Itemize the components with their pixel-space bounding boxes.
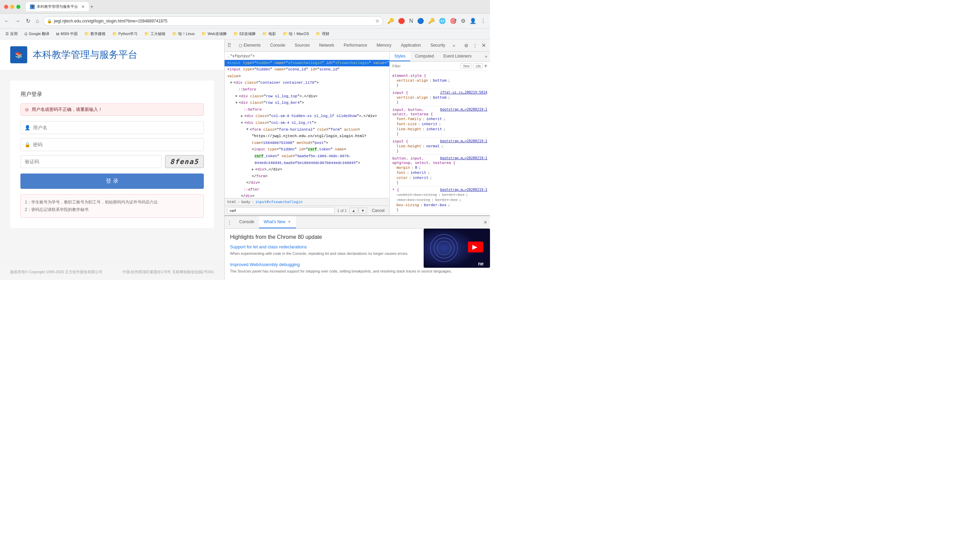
breadcrumb-html[interactable]: html bbox=[227, 200, 237, 204]
school-logo: 📚 bbox=[10, 46, 27, 63]
html-line-11[interactable]: ▼ <div class="col-sm-4 sl_log_rt"> bbox=[225, 120, 389, 127]
devtools-drag-handle[interactable]: ⠿ bbox=[225, 40, 234, 52]
bottom-tab-console[interactable]: Console bbox=[235, 217, 259, 228]
captcha-image[interactable]: 8fena5 bbox=[165, 155, 204, 168]
html-line-7[interactable]: ► <div class="row sl_log_top">…</div> bbox=[225, 93, 389, 100]
html-line-16[interactable]: </div> bbox=[225, 180, 389, 187]
filter-add-btn[interactable]: + bbox=[484, 63, 487, 69]
search-cancel-btn[interactable]: Cancel bbox=[370, 208, 387, 214]
subtab-styles[interactable]: Styles bbox=[390, 52, 410, 61]
extension-btn-6[interactable]: 🌐 bbox=[438, 16, 447, 25]
html-line-4[interactable]: value> bbox=[225, 73, 389, 80]
html-line-3[interactable]: <input type="hidden" name="scene_id" id=… bbox=[225, 66, 389, 73]
bookmark-apps[interactable]: ☰ 应用 bbox=[3, 30, 20, 37]
subtab-more[interactable]: » bbox=[482, 52, 490, 61]
html-line-9[interactable]: ::before bbox=[225, 107, 389, 113]
search-prev-btn[interactable]: ▲ bbox=[350, 208, 358, 214]
bottom-tab-whatsnew-close[interactable]: × bbox=[288, 219, 291, 225]
bookmark-finance[interactable]: 📁 理财 bbox=[313, 30, 332, 37]
expand-icon-11[interactable]: ▼ bbox=[241, 120, 243, 126]
browser-tab[interactable]: 🎓 本科教学管理与服务平台 ✕ bbox=[26, 2, 89, 11]
html-line-selected[interactable]: <input type="hidden" name="sfxswechatlog… bbox=[225, 60, 389, 67]
html-line-1[interactable]: … "sfqytpyz"> bbox=[225, 53, 389, 60]
address-bar[interactable]: 🔒 jwgl.njtech.edu.cn/xtgl/login_slogin.h… bbox=[43, 16, 383, 26]
tab-elements[interactable]: ◻ Elements bbox=[234, 40, 265, 52]
html-line-15[interactable]: </form> bbox=[225, 173, 389, 180]
new-tab-button[interactable]: + bbox=[90, 4, 93, 10]
search-next-btn[interactable]: ▼ bbox=[358, 208, 367, 214]
whatsnew-video-thumbnail[interactable]: ne bbox=[423, 228, 490, 268]
extension-btn-4[interactable]: 🔵 bbox=[416, 16, 425, 25]
password-input[interactable] bbox=[20, 138, 204, 151]
bookmark-google-translate[interactable]: G Google 翻译 bbox=[22, 30, 52, 37]
devtools-close-btn[interactable]: ✕ bbox=[480, 41, 487, 50]
html-line-17[interactable]: ::after bbox=[225, 187, 389, 193]
extension-btn-3[interactable]: N bbox=[408, 17, 415, 25]
bookmark-linux-label: 哒！Linux bbox=[178, 31, 195, 37]
html-line-csrf[interactable]: <input type="hidden" id="csrf_token" nam… bbox=[225, 146, 389, 153]
subtab-event-listeners[interactable]: Event Listeners bbox=[438, 52, 477, 61]
bookmark-secrets[interactable]: 📁 工大秘籍 bbox=[142, 30, 168, 37]
bookmark-linux[interactable]: 📁 哒！Linux bbox=[170, 30, 197, 37]
filter-input[interactable] bbox=[392, 64, 459, 68]
breadcrumb-body[interactable]: body bbox=[241, 200, 250, 204]
tab-close-button[interactable]: ✕ bbox=[81, 4, 85, 9]
bottom-panel-close-btn[interactable]: ✕ bbox=[481, 217, 490, 228]
tab-console[interactable]: Console bbox=[265, 40, 290, 52]
html-line-18[interactable]: </div> bbox=[225, 193, 389, 198]
refresh-button[interactable]: ↻ bbox=[25, 16, 32, 25]
bookmark-macos[interactable]: 📁 哒！MacOS bbox=[280, 30, 312, 37]
home-button[interactable]: ⌂ bbox=[34, 17, 40, 25]
filter-hov-btn[interactable]: :hov bbox=[460, 63, 472, 69]
bookmark-python[interactable]: 📁 Python学习 bbox=[110, 30, 140, 37]
login-button[interactable]: 登 录 bbox=[20, 173, 204, 189]
devtools-tabs-more[interactable]: » bbox=[450, 40, 458, 52]
tab-memory[interactable]: Memory bbox=[372, 40, 396, 52]
bookmark-math[interactable]: 📁 数学建模 bbox=[82, 30, 108, 37]
expand-icon-12[interactable]: ▼ bbox=[247, 127, 248, 132]
devtools-more-btn[interactable]: ⋮ bbox=[471, 42, 479, 50]
bottom-tab-whatsnew[interactable]: What's New × bbox=[259, 216, 296, 228]
tab-performance[interactable]: Performance bbox=[339, 40, 372, 52]
expand-icon-5[interactable]: ▼ bbox=[230, 80, 232, 86]
tab-network[interactable]: Network bbox=[314, 40, 339, 52]
html-line-8[interactable]: ▼ <div class="row sl_log_bor4"> bbox=[225, 100, 389, 107]
extension-btn-5[interactable]: 🔑 bbox=[427, 16, 436, 25]
html-line-6[interactable]: ::before bbox=[225, 87, 389, 93]
subtab-computed[interactable]: Computed bbox=[410, 52, 438, 61]
styles-subtabs: Styles Computed Event Listeners » bbox=[390, 52, 490, 62]
expand-icon-8[interactable]: ▼ bbox=[235, 100, 238, 106]
bookmark-web[interactable]: 📁 Web攻城狮 bbox=[199, 30, 229, 37]
expand-icon-10[interactable]: ► bbox=[241, 113, 243, 119]
devtools-settings-btn[interactable]: ⚙ bbox=[463, 42, 470, 50]
back-button[interactable]: ← bbox=[3, 17, 11, 25]
minimize-traffic-light[interactable] bbox=[10, 5, 14, 9]
html-line-12[interactable]: ▼ <form class="form-horizontal" role="fo… bbox=[225, 127, 389, 133]
html-line-14[interactable]: ► <div>…</div> bbox=[225, 167, 389, 173]
bookmark-msn[interactable]: M MSN 中国 bbox=[53, 30, 80, 37]
bookmark-ee[interactable]: 📁 EE攻城狮 bbox=[231, 30, 258, 37]
menu-button[interactable]: ⋮ bbox=[479, 16, 487, 25]
forward-button[interactable]: → bbox=[13, 17, 22, 25]
extension-btn-7[interactable]: 🎯 bbox=[448, 16, 458, 25]
bookmark-movies[interactable]: 📁 电影 bbox=[260, 30, 279, 37]
tab-application[interactable]: Application bbox=[396, 40, 426, 52]
filter-cls-btn[interactable]: .cls bbox=[473, 63, 483, 69]
extension-btn-8[interactable]: ⚙ bbox=[459, 16, 467, 25]
elements-search-input[interactable] bbox=[227, 207, 335, 214]
captcha-input[interactable] bbox=[20, 155, 162, 168]
html-line-10[interactable]: ► <div class="col-sm-8 hidden-xs sl_log_… bbox=[225, 113, 389, 120]
extension-btn-2[interactable]: 🛑 bbox=[397, 16, 406, 25]
tab-security[interactable]: Security bbox=[426, 40, 450, 52]
html-line-5[interactable]: ▼ <div class="container container_1170"> bbox=[225, 80, 389, 87]
bottom-tab-menu-btn[interactable]: ⋮ bbox=[225, 217, 235, 228]
close-traffic-light[interactable] bbox=[4, 5, 8, 9]
expand-icon-7[interactable]: ► bbox=[235, 93, 238, 99]
breadcrumb-active[interactable]: input#sfxswechatlogin bbox=[255, 200, 303, 204]
tab-sources[interactable]: Sources bbox=[290, 40, 314, 52]
profile-button[interactable]: 👤 bbox=[468, 16, 478, 25]
expand-icon-14[interactable]: ► bbox=[252, 167, 254, 172]
username-input[interactable] bbox=[20, 121, 204, 134]
extension-btn-1[interactable]: 🔑 bbox=[386, 16, 395, 25]
maximize-traffic-light[interactable] bbox=[16, 5, 20, 9]
